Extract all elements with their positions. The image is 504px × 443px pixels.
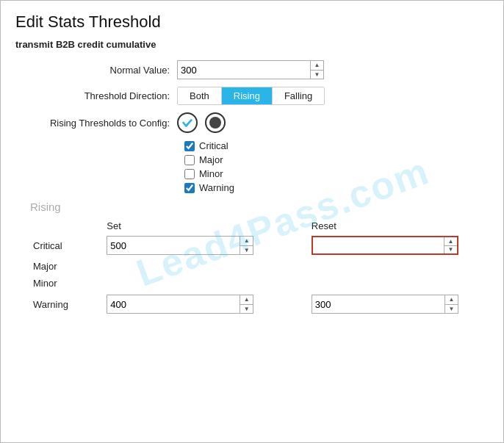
col-header-set: Set <box>104 219 284 233</box>
checkbox-critical-input[interactable] <box>184 141 195 151</box>
page-title: Edit Stats Threshold <box>15 12 489 32</box>
critical-reset-btns: ▲ ▼ <box>444 237 457 253</box>
checkbox-critical-label: Critical <box>199 140 228 151</box>
normal-value-input[interactable] <box>178 61 310 79</box>
rising-thresholds-label: Rising Thresholds to Config: <box>15 118 177 129</box>
critical-set-btns: ▲ ▼ <box>240 237 253 254</box>
subtitle: transmit B2B credit cumulative <box>15 39 489 50</box>
row-set-critical: ▲ ▼ <box>104 233 284 258</box>
critical-set-spinner[interactable]: ▲ ▼ <box>107 236 253 255</box>
circle-inner <box>209 117 221 129</box>
normal-value-spinner-btns: ▲ ▼ <box>310 61 323 79</box>
critical-set-up[interactable]: ▲ <box>240 237 253 246</box>
checkbox-major-label: Major <box>199 154 223 165</box>
checkbox-minor: Minor <box>184 168 489 179</box>
row-label-warning: Warning <box>30 292 104 317</box>
row-label-minor: Minor <box>30 275 104 292</box>
critical-set-input[interactable] <box>107 237 240 254</box>
threshold-direction-row: Threshold Direction: Both Rising Falling <box>15 87 489 105</box>
config-icons <box>177 112 226 133</box>
critical-reset-input[interactable] <box>313 237 444 253</box>
table-row-major: Major <box>30 258 489 275</box>
row-set-warning: ▲ ▼ <box>104 292 284 317</box>
rising-section-label: Rising <box>30 201 489 213</box>
normal-value-up[interactable]: ▲ <box>311 61 323 71</box>
checkbox-major: Major <box>184 154 489 165</box>
row-set-major <box>104 258 284 275</box>
checkbox-critical: Critical <box>184 140 489 151</box>
warning-set-input[interactable] <box>107 295 240 313</box>
warning-reset-down[interactable]: ▼ <box>445 305 458 314</box>
threshold-direction-label: Threshold Direction: <box>15 90 177 101</box>
row-set-minor <box>104 275 284 292</box>
checkboxes-block: Critical Major Minor Warning <box>184 140 489 193</box>
checkbox-major-input[interactable] <box>184 155 195 165</box>
warning-set-up[interactable]: ▲ <box>240 295 253 305</box>
col-header-gap <box>284 219 308 233</box>
row-label-critical: Critical <box>30 233 104 258</box>
checkbox-warning-input[interactable] <box>184 183 195 193</box>
critical-reset-down[interactable]: ▼ <box>444 246 457 254</box>
warning-reset-up[interactable]: ▲ <box>445 295 458 305</box>
table-row-critical: Critical ▲ ▼ ▲ <box>30 233 489 258</box>
checkbox-minor-input[interactable] <box>184 169 195 179</box>
table-row-warning: Warning ▲ ▼ ▲ <box>30 292 489 317</box>
critical-set-down[interactable]: ▼ <box>240 246 253 255</box>
warning-reset-input[interactable] <box>312 295 444 313</box>
warning-reset-spinner[interactable]: ▲ ▼ <box>312 295 458 314</box>
warning-set-down[interactable]: ▼ <box>240 305 253 314</box>
circle-icon[interactable] <box>205 112 226 133</box>
row-label-major: Major <box>30 258 104 275</box>
dialog: Lead4Pass.com Edit Stats Threshold trans… <box>0 0 504 443</box>
normal-value-row: Normal Value: ▲ ▼ <box>15 60 489 79</box>
warning-reset-btns: ▲ ▼ <box>444 295 458 313</box>
direction-btn-both[interactable]: Both <box>178 87 222 104</box>
warning-set-btns: ▲ ▼ <box>240 295 253 313</box>
row-reset-warning: ▲ ▼ <box>309 292 489 317</box>
direction-btn-rising[interactable]: Rising <box>222 87 273 104</box>
checkbox-warning-label: Warning <box>199 182 234 193</box>
table-row-minor: Minor <box>30 275 489 292</box>
row-reset-major <box>309 258 489 275</box>
warning-set-spinner[interactable]: ▲ ▼ <box>107 295 253 314</box>
direction-btn-falling[interactable]: Falling <box>273 87 324 104</box>
normal-value-spinner[interactable]: ▲ ▼ <box>177 60 324 79</box>
check-circle-icon[interactable] <box>177 112 198 133</box>
col-header-label <box>30 219 104 233</box>
checkbox-warning: Warning <box>184 182 489 193</box>
normal-value-label: Normal Value: <box>15 65 177 76</box>
critical-reset-spinner[interactable]: ▲ ▼ <box>312 236 458 255</box>
row-reset-minor <box>309 275 489 292</box>
row-reset-critical: ▲ ▼ <box>309 233 489 258</box>
critical-reset-up[interactable]: ▲ <box>444 237 457 246</box>
threshold-table: Set Reset Critical ▲ ▼ <box>30 219 489 317</box>
direction-group: Both Rising Falling <box>177 87 325 105</box>
checkbox-minor-label: Minor <box>199 168 223 179</box>
rising-thresholds-row: Rising Thresholds to Config: <box>15 112 489 133</box>
col-header-reset: Reset <box>309 219 489 233</box>
normal-value-down[interactable]: ▼ <box>311 71 323 79</box>
